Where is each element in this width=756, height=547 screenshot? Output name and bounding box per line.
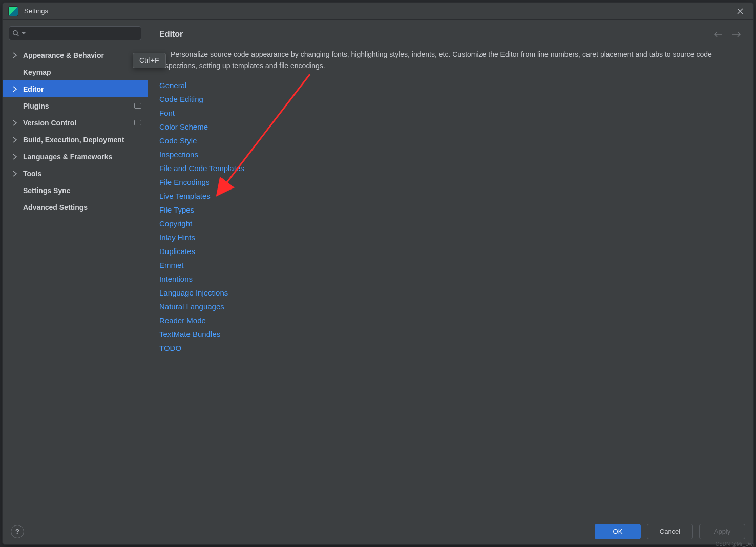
search-field[interactable] [9, 26, 141, 40]
editor-link-textmate-bundles[interactable]: TextMate Bundles [159, 327, 742, 341]
sidebar-item-label: Languages & Frameworks [23, 153, 112, 161]
editor-link-emmet[interactable]: Emmet [159, 258, 742, 272]
apply-button[interactable]: Apply [699, 524, 745, 539]
sidebar-item-build-execution-deployment[interactable]: Build, Execution, Deployment [3, 131, 148, 148]
chevron-right-icon [12, 171, 18, 177]
history-nav [712, 29, 742, 40]
content-header: Editor [148, 20, 753, 49]
editor-link-duplicates[interactable]: Duplicates [159, 244, 742, 258]
editor-link-code-style[interactable]: Code Style [159, 134, 742, 148]
sidebar-item-label: Version Control [23, 119, 76, 127]
content-panel: Editor Personalize source code appearanc… [148, 20, 753, 518]
back-button[interactable] [712, 29, 724, 40]
project-scope-icon [134, 120, 141, 125]
cancel-button[interactable]: Cancel [647, 524, 693, 539]
editor-link-natural-languages[interactable]: Natural Languages [159, 300, 742, 313]
chevron-right-icon [12, 154, 18, 160]
editor-link-file-types[interactable]: File Types [159, 203, 742, 217]
editor-link-inlay-hints[interactable]: Inlay Hints [159, 230, 742, 244]
chevron-down-icon [22, 31, 26, 35]
editor-link-general[interactable]: General [159, 78, 742, 92]
help-button[interactable]: ? [11, 525, 24, 538]
sidebar-item-label: Keymap [23, 68, 51, 76]
search-wrap [3, 26, 148, 46]
sidebar-item-keymap[interactable]: Keymap [3, 64, 148, 80]
sidebar-item-label: Tools [23, 170, 41, 178]
editor-link-intentions[interactable]: Intentions [159, 272, 742, 286]
shortcut-tooltip: Ctrl+F [133, 53, 166, 68]
chevron-right-icon [12, 137, 18, 143]
sidebar-item-label: Plugins [23, 102, 49, 110]
settings-dialog: Settings Appearance & BehaviorKeymapEdit… [2, 2, 754, 545]
page-title: Editor [159, 30, 183, 39]
editor-link-live-templates[interactable]: Live Templates [159, 189, 742, 203]
sidebar-item-label: Advanced Settings [23, 203, 88, 212]
search-icon [12, 30, 19, 37]
editor-subpage-list: GeneralCode EditingFontColor SchemeCode … [159, 78, 742, 355]
sidebar-item-languages-frameworks[interactable]: Languages & Frameworks [3, 148, 148, 165]
editor-link-color-scheme[interactable]: Color Scheme [159, 120, 742, 134]
arrow-right-icon [732, 31, 741, 38]
sidebar-item-tools[interactable]: Tools [3, 165, 148, 182]
dialog-body: Appearance & BehaviorKeymapEditorPlugins… [3, 20, 753, 518]
window-title: Settings [24, 7, 48, 15]
sidebar-item-settings-sync[interactable]: Settings Sync [3, 182, 148, 199]
editor-link-inspections[interactable]: Inspections [159, 148, 742, 161]
chevron-right-icon [12, 120, 18, 126]
chevron-right-icon [12, 86, 18, 92]
sidebar: Appearance & BehaviorKeymapEditorPlugins… [3, 20, 148, 518]
svg-point-0 [13, 31, 17, 35]
editor-link-reader-mode[interactable]: Reader Mode [159, 313, 742, 327]
sidebar-item-version-control[interactable]: Version Control [3, 114, 148, 131]
editor-link-todo[interactable]: TODO [159, 341, 742, 355]
close-icon [737, 8, 743, 14]
page-description: Personalize source code appearance by ch… [159, 49, 742, 71]
titlebar: Settings [3, 3, 753, 20]
sidebar-item-editor[interactable]: Editor [3, 80, 148, 97]
ok-button[interactable]: OK [595, 524, 641, 539]
editor-link-file-encodings[interactable]: File Encodings [159, 175, 742, 189]
watermark: CSDN @Mr_Dwj [716, 541, 754, 547]
project-scope-icon [134, 103, 141, 109]
sidebar-item-label: Editor [23, 85, 44, 93]
arrow-left-icon [713, 31, 723, 38]
sidebar-item-label: Appearance & Behavior [23, 51, 104, 59]
search-input[interactable] [27, 29, 138, 38]
editor-link-file-and-code-templates[interactable]: File and Code Templates [159, 161, 742, 175]
editor-link-code-editing[interactable]: Code Editing [159, 92, 742, 106]
sidebar-item-appearance-behavior[interactable]: Appearance & Behavior [3, 47, 148, 64]
chevron-right-icon [12, 52, 18, 58]
close-button[interactable] [733, 4, 747, 18]
editor-link-font[interactable]: Font [159, 106, 742, 120]
settings-tree[interactable]: Appearance & BehaviorKeymapEditorPlugins… [3, 46, 148, 518]
content-body: Personalize source code appearance by ch… [148, 49, 753, 518]
sidebar-item-plugins[interactable]: Plugins [3, 97, 148, 114]
dialog-footer: ? OK Cancel Apply [3, 518, 753, 544]
app-icon [9, 7, 18, 16]
sidebar-item-label: Build, Execution, Deployment [23, 136, 124, 144]
sidebar-item-label: Settings Sync [23, 186, 71, 195]
editor-link-language-injections[interactable]: Language Injections [159, 286, 742, 300]
help-icon: ? [15, 528, 19, 535]
forward-button[interactable] [731, 29, 742, 40]
editor-link-copyright[interactable]: Copyright [159, 217, 742, 230]
sidebar-item-advanced-settings[interactable]: Advanced Settings [3, 199, 148, 216]
